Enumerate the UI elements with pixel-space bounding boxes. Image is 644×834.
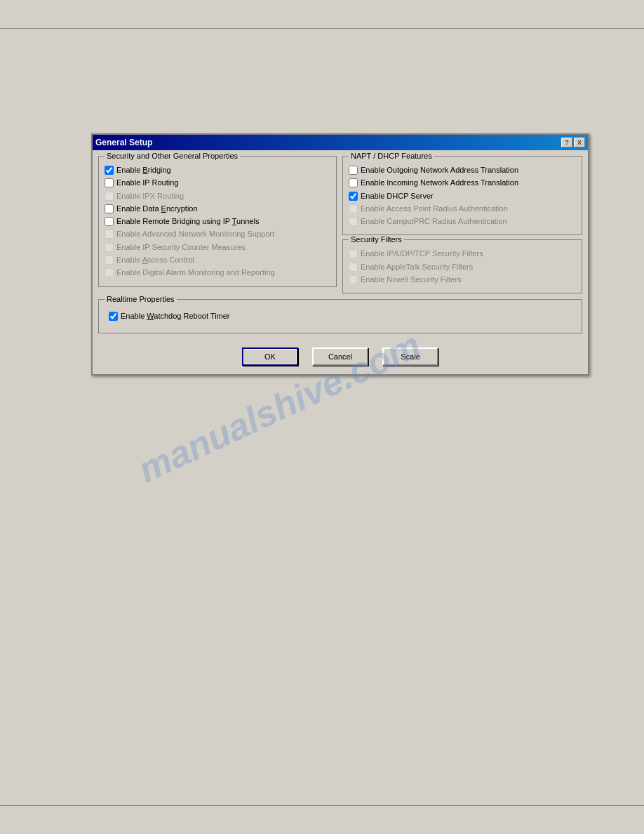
enable-outgoing-nat-row: Enable Outgoing Network Address Translat… — [349, 165, 576, 175]
enable-camputprc-radius-checkbox — [349, 217, 358, 226]
enable-ipx-routing-checkbox — [105, 192, 114, 201]
enable-dhcp-row: Enable DHCP Server — [349, 191, 576, 201]
enable-outgoing-nat-checkbox[interactable] — [349, 166, 358, 175]
enable-access-point-radius-checkbox — [349, 204, 358, 213]
enable-camputprc-radius-label: Enable CamputPRC Radius Authentication — [361, 216, 507, 226]
general-setup-dialog: General Setup ? X Security and Other Gen… — [91, 133, 589, 376]
enable-ip-routing-row: Enable IP Routing — [105, 178, 330, 187]
realtime-group-label: Realtime Properties — [105, 295, 177, 303]
security-group-label: Security and Other General Properties — [105, 152, 240, 160]
enable-watchdog-row: Enable Watchdog Reboot Timer — [109, 311, 572, 321]
bottom-border — [0, 805, 644, 806]
security-filters-group: Security Filters Enable IP/UDP/TCP Secur… — [342, 239, 582, 293]
enable-dhcp-label[interactable]: Enable DHCP Server — [361, 191, 434, 201]
enable-novell-checkbox — [349, 275, 358, 284]
enable-ip-security-label: Enable IP Security Counter Measures — [116, 242, 246, 252]
realtime-content: Enable Watchdog Reboot Timer — [105, 308, 576, 326]
enable-ip-udp-tcp-label: Enable IP/UDP/TCP Security Filters — [361, 249, 483, 258]
napt-dhcp-group: NAPT / DHCP Features Enable Outgoing Net… — [342, 156, 582, 235]
enable-appletalk-row: Enable AppleTalk Security Filters — [349, 262, 576, 272]
enable-watchdog-label[interactable]: Enable Watchdog Reboot Timer — [121, 311, 230, 321]
title-bar-buttons: ? X — [561, 138, 585, 147]
button-row: OK Cancel Scale — [98, 342, 582, 369]
ok-button[interactable]: OK — [242, 348, 298, 366]
napt-dhcp-group-label: NAPT / DHCP Features — [349, 152, 434, 160]
enable-appletalk-label: Enable AppleTalk Security Filters — [361, 262, 473, 272]
enable-outgoing-nat-label[interactable]: Enable Outgoing Network Address Translat… — [361, 165, 518, 175]
cancel-button[interactable]: Cancel — [312, 348, 368, 366]
enable-bridging-row: Enable Bridging — [105, 165, 330, 175]
enable-remote-bridging-checkbox[interactable] — [105, 217, 114, 226]
dialog-content: Security and Other General Properties En… — [93, 150, 588, 374]
enable-ip-routing-label[interactable]: Enable IP Routing — [116, 178, 178, 187]
bottom-section: Realtime Properties Enable Watchdog Rebo… — [98, 299, 582, 333]
enable-access-point-radius-label: Enable Access Point Radius Authenticatio… — [361, 204, 508, 213]
enable-ipx-routing-label: Enable IPX Routing — [116, 191, 184, 201]
enable-incoming-nat-label[interactable]: Enable Incoming Network Address Translat… — [361, 178, 518, 187]
enable-ip-udp-tcp-row: Enable IP/UDP/TCP Security Filters — [349, 249, 576, 258]
enable-novell-label: Enable Novell Security Filters — [361, 274, 462, 284]
dialog-wrapper: General Setup ? X Security and Other Gen… — [91, 133, 589, 376]
scale-button[interactable]: Scale — [382, 348, 438, 366]
security-group: Security and Other General Properties En… — [98, 156, 337, 287]
enable-ip-routing-checkbox[interactable] — [105, 178, 114, 187]
enable-advanced-monitoring-row: Enable Advanced Network Monitoring Suppo… — [105, 229, 330, 239]
enable-dhcp-checkbox[interactable] — [349, 192, 358, 201]
enable-ip-udp-tcp-checkbox — [349, 249, 358, 258]
enable-digital-alarm-label: Enable Digital Alarm Monitoring and Repo… — [116, 267, 275, 277]
enable-data-encryption-row: Enable Data Encryption — [105, 204, 330, 213]
security-filters-label: Security Filters — [349, 235, 404, 244]
enable-access-control-row: Enable Access Control — [105, 255, 330, 265]
enable-remote-bridging-label[interactable]: Enable Remote Bridging using IP Tunnels — [116, 216, 259, 226]
right-panel: NAPT / DHCP Features Enable Outgoing Net… — [342, 156, 582, 293]
dialog-title: General Setup — [95, 138, 152, 147]
enable-advanced-monitoring-label: Enable Advanced Network Monitoring Suppo… — [116, 229, 274, 239]
enable-incoming-nat-row: Enable Incoming Network Address Translat… — [349, 178, 576, 187]
enable-ip-security-row: Enable IP Security Counter Measures — [105, 242, 330, 252]
enable-remote-bridging-row: Enable Remote Bridging using IP Tunnels — [105, 216, 330, 226]
enable-access-point-radius-row: Enable Access Point Radius Authenticatio… — [349, 204, 576, 213]
enable-bridging-label[interactable]: Enable Bridging — [116, 165, 171, 175]
enable-digital-alarm-checkbox — [105, 268, 114, 277]
realtime-group: Realtime Properties Enable Watchdog Rebo… — [98, 299, 582, 333]
enable-ip-security-checkbox — [105, 243, 114, 252]
enable-access-control-checkbox — [105, 256, 114, 265]
dialog-body: Security and Other General Properties En… — [98, 156, 582, 293]
enable-ipx-routing-row: Enable IPX Routing — [105, 191, 330, 201]
enable-bridging-checkbox[interactable] — [105, 166, 114, 175]
enable-watchdog-checkbox[interactable] — [109, 312, 118, 321]
enable-access-control-label: Enable Access Control — [116, 255, 194, 265]
enable-incoming-nat-checkbox[interactable] — [349, 178, 358, 187]
enable-data-encryption-checkbox[interactable] — [105, 204, 114, 213]
help-button[interactable]: ? — [561, 138, 572, 147]
top-border — [0, 28, 644, 29]
enable-appletalk-checkbox — [349, 263, 358, 272]
title-bar: General Setup ? X — [93, 135, 588, 150]
enable-novell-row: Enable Novell Security Filters — [349, 274, 576, 284]
enable-digital-alarm-row: Enable Digital Alarm Monitoring and Repo… — [105, 267, 330, 277]
left-panel: Security and Other General Properties En… — [98, 156, 337, 293]
enable-advanced-monitoring-checkbox — [105, 230, 114, 239]
close-button[interactable]: X — [574, 138, 585, 147]
enable-data-encryption-label[interactable]: Enable Data Encryption — [116, 204, 198, 213]
enable-camputprc-radius-row: Enable CamputPRC Radius Authentication — [349, 216, 576, 226]
